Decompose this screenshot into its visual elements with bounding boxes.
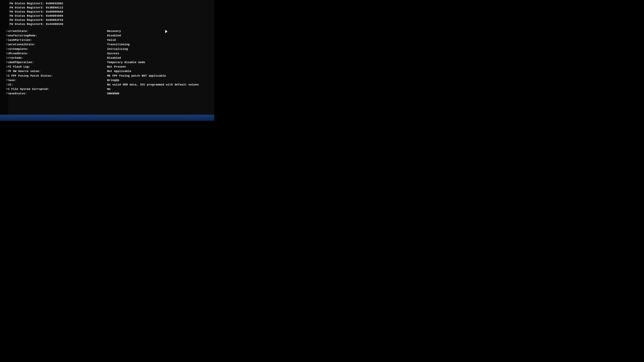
status-row: InitComplete:Initializing — [6, 47, 211, 51]
status-row: FlashPartition:Valid — [6, 38, 211, 42]
status-key: BUPLoadState: — [6, 51, 70, 56]
status-key: ME FPF Fusing Patch Status: — [6, 74, 70, 78]
terminal-area: FW Status Register1: 0x80032002 FW Statu… — [0, 0, 214, 115]
status-key: ModeOfOperation: — [6, 60, 70, 65]
status-key: OperationalState: — [6, 42, 70, 47]
fw-register-line: FW Status Register3: 0x000000A0 — [6, 10, 211, 14]
status-value: ME FPF Fusing patch NOT applicable — [107, 74, 166, 78]
status-key: PhaseStatus: — [6, 91, 70, 96]
status-value: Disabled — [107, 56, 121, 60]
fw-register-line: FW Status Register2: 0x3B8A0112 — [6, 6, 211, 10]
status-value: Recovery — [107, 29, 121, 33]
fw-register-line: FW Status Register5: 0x00001F43 — [6, 18, 211, 22]
screen: FW Status Register1: 0x80032002 FW Statu… — [0, 0, 214, 121]
status-row: ManufacturingMode:Disabled — [6, 33, 211, 38]
status-value: BringUp — [107, 78, 119, 83]
bottom-bar — [0, 115, 214, 121]
status-value: Initializing — [107, 47, 128, 51]
status-value: Not Applicable — [107, 69, 131, 74]
status-row: Phase:BringUp — [6, 78, 211, 83]
status-key: FPF HW Source value: — [6, 69, 70, 74]
status-key: ME File System Corrupted: — [6, 87, 70, 91]
status-key: Phase: — [6, 78, 70, 83]
status-row: ME File System Corrupted:No — [6, 87, 211, 91]
status-value: No — [107, 87, 111, 91]
status-key: CurrentState: — [6, 29, 70, 33]
status-row: CurrentState:Recovery — [6, 29, 211, 33]
status-row: PhaseStatus:UNKNOWN — [6, 91, 211, 96]
status-value: Disabled — [107, 33, 121, 38]
status-key: SPI Flash Log: — [6, 65, 70, 69]
status-key: InitComplete: — [6, 47, 70, 51]
fw-register-line: FW Status Register4: 0x00084000 — [6, 14, 211, 18]
status-table: CurrentState:RecoveryManufacturingMode:D… — [6, 29, 211, 96]
status-row: OperationalState:Transitioning — [6, 42, 211, 47]
status-value: Valid — [107, 38, 116, 42]
status-key: ManufacturingMode: — [6, 33, 70, 38]
status-value: Temporary Disable mode — [107, 60, 145, 65]
status-value: UNKNOWN — [107, 91, 119, 96]
status-row: BUPLoadState:Success — [6, 51, 211, 56]
status-key: ErrorCode: — [6, 56, 70, 60]
status-key: FlashPartition: — [6, 38, 70, 42]
fw-registers-section: FW Status Register1: 0x80032002 FW Statu… — [6, 1, 211, 26]
status-row: FPF HW Source value:Not Applicable — [6, 69, 211, 74]
status-value: Success — [107, 51, 119, 56]
status-row: ModeOfOperation:Temporary Disable mode — [6, 60, 211, 65]
fw-register-line: FW Status Register1: 0x80032002 — [6, 1, 211, 6]
status-row: ICC:No valid OEM data, ICC programmed wi… — [6, 83, 211, 87]
status-value: Not Present — [107, 65, 126, 69]
status-key: ICC: — [6, 83, 70, 87]
status-value: Transitioning — [107, 42, 130, 47]
status-row: ME FPF Fusing Patch Status:ME FPF Fusing… — [6, 74, 211, 78]
status-row: ErrorCode:Disabled — [6, 56, 211, 60]
status-row: SPI Flash Log:Not Present — [6, 65, 211, 69]
status-value: No valid OEM data, ICC programmed with d… — [107, 83, 199, 87]
fw-register-line: FW Status Register6: 0x44400348 — [6, 22, 211, 26]
